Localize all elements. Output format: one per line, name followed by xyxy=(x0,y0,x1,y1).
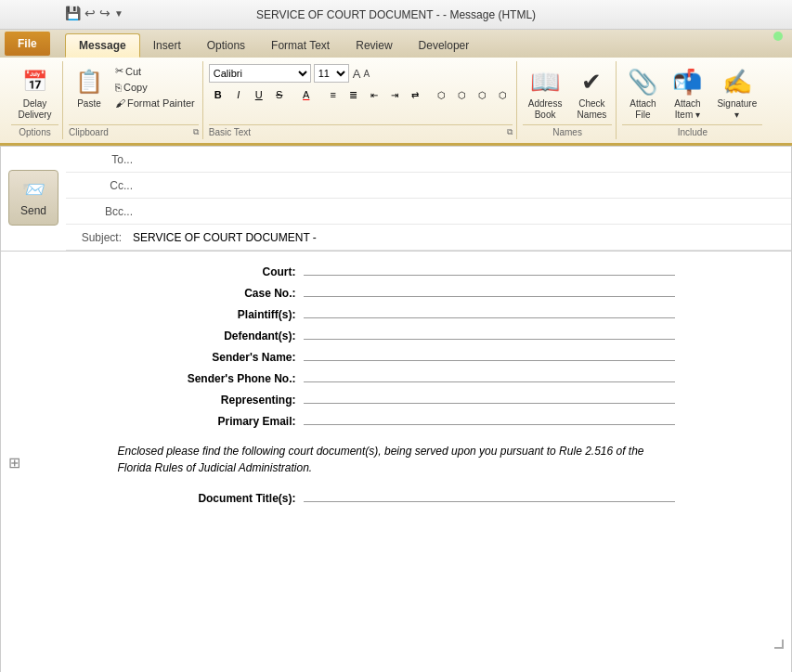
subject-input[interactable] xyxy=(129,229,791,246)
to-label[interactable]: To... xyxy=(66,153,140,166)
send-label: Send xyxy=(20,204,46,217)
form-field-value[interactable] xyxy=(304,368,675,382)
tab-file[interactable]: File xyxy=(5,32,50,56)
form-field-label: Plaintiff(s): xyxy=(118,308,304,321)
paste-button[interactable]: 📋 Paste xyxy=(69,63,110,110)
form-row: Case No.: xyxy=(118,282,675,300)
delay-delivery-label: DelayDelivery xyxy=(18,98,51,121)
form-field-value[interactable] xyxy=(304,282,675,297)
delay-delivery-icon: 📅 xyxy=(20,67,50,97)
align-left-btn[interactable]: ⬡ xyxy=(433,85,451,104)
send-icon: 📨 xyxy=(22,178,45,200)
font-color-button[interactable]: A xyxy=(297,85,316,104)
attach-item-label: AttachItem ▾ xyxy=(674,98,700,121)
attach-item-icon: 📬 xyxy=(672,67,702,97)
form-field-value[interactable] xyxy=(304,389,675,404)
numbering-button[interactable]: ≣ xyxy=(344,85,363,104)
options-group: 📅 DelayDelivery Options xyxy=(7,61,63,139)
cc-row: Cc... xyxy=(66,173,791,199)
grow-font-button[interactable]: A xyxy=(352,67,362,81)
clipboard-group: 📋 Paste ✂ Cut ⎘ Copy 🖌 xyxy=(65,61,203,139)
tab-insert[interactable]: Insert xyxy=(140,33,194,58)
format-painter-button[interactable]: 🖌 Format Painter xyxy=(111,96,199,110)
tab-bar: File Message Insert Options Format Text … xyxy=(0,30,792,58)
court-form: Court:Case No.:Plaintiff(s):Defendant(s)… xyxy=(118,261,675,505)
form-field-value[interactable] xyxy=(304,346,675,361)
rtl-btn[interactable]: ⇄ xyxy=(406,85,424,104)
form-field-value[interactable] xyxy=(304,261,675,276)
cut-button[interactable]: ✂ Cut xyxy=(111,63,199,79)
address-book-button[interactable]: 📖 AddressBook xyxy=(523,63,568,124)
check-names-label: CheckNames xyxy=(578,98,607,121)
check-names-button[interactable]: ✔ CheckNames xyxy=(571,63,612,124)
customize-btn[interactable]: ▼ xyxy=(114,8,123,19)
message-body[interactable]: ⊞ Court:Case No.:Plaintiff(s):Defendant(… xyxy=(1,252,791,656)
form-field-value[interactable] xyxy=(304,304,675,318)
font-name-select[interactable]: Calibri xyxy=(209,64,311,83)
format-painter-icon: 🖌 xyxy=(115,97,125,109)
format-painter-label: Format Painter xyxy=(127,97,195,109)
save-btn[interactable]: 💾 xyxy=(65,6,81,20)
names-group: 📖 AddressBook ✔ CheckNames Names xyxy=(519,61,617,139)
undo-btn[interactable]: ↩ xyxy=(84,6,96,20)
form-field-value[interactable] xyxy=(304,325,675,340)
ribbon-content: 📅 DelayDelivery Options 📋 Paste ✂ Cu xyxy=(0,58,792,144)
form-field-label: Defendant(s): xyxy=(118,330,304,342)
strikethrough-button[interactable]: S xyxy=(270,85,289,104)
expand-handle[interactable]: ⊞ xyxy=(8,454,20,472)
basic-text-expand-btn[interactable]: ⧉ xyxy=(507,127,513,137)
form-row: Sender's Name: xyxy=(118,346,675,364)
paste-icon: 📋 xyxy=(72,65,106,98)
bold-button[interactable]: B xyxy=(209,85,227,104)
tab-developer[interactable]: Developer xyxy=(406,33,483,58)
bcc-input[interactable] xyxy=(140,199,791,224)
form-row: Plaintiff(s): xyxy=(118,304,675,321)
redo-btn[interactable]: ↪ xyxy=(99,6,110,20)
form-row: Defendant(s): xyxy=(118,325,675,342)
document-title-value[interactable] xyxy=(304,487,675,502)
bcc-row: Bcc... xyxy=(66,199,791,225)
bcc-label[interactable]: Bcc... xyxy=(66,205,140,218)
align-right-btn[interactable]: ⬡ xyxy=(474,85,492,104)
shrink-font-button[interactable]: A xyxy=(362,69,370,79)
underline-button[interactable]: U xyxy=(250,85,268,104)
attach-item-button[interactable]: 📬 AttachItem ▾ xyxy=(667,63,708,124)
tab-format-text[interactable]: Format Text xyxy=(258,33,343,58)
form-field-label: Court: xyxy=(118,265,304,278)
resize-handle[interactable] xyxy=(774,640,784,649)
signature-button[interactable]: ✍ Signature▾ xyxy=(711,63,762,124)
align-center-btn[interactable]: ⬡ xyxy=(453,85,472,104)
header-fields: To... Cc... Bcc... Subject: xyxy=(66,147,791,251)
form-row: Primary Email: xyxy=(118,410,675,428)
cut-icon: ✂ xyxy=(115,65,123,77)
tab-options[interactable]: Options xyxy=(194,33,258,58)
options-group-label: Options xyxy=(11,124,58,139)
indent-decrease-btn[interactable]: ⇤ xyxy=(365,85,383,104)
form-field-label: Sender's Name: xyxy=(118,351,304,364)
status-indicator xyxy=(773,32,783,41)
check-names-icon: ✔ xyxy=(577,67,606,97)
form-field-value[interactable] xyxy=(304,410,675,425)
cc-label[interactable]: Cc... xyxy=(66,179,140,192)
attach-file-button[interactable]: 📎 AttachFile xyxy=(622,63,663,124)
italic-button[interactable]: I xyxy=(229,85,248,104)
font-size-select[interactable]: 11 xyxy=(314,64,349,83)
ribbon: File Message Insert Options Format Text … xyxy=(0,30,792,146)
subject-label: Subject: xyxy=(73,231,129,244)
copy-button[interactable]: ⎘ Copy xyxy=(111,80,199,95)
send-area: 📨 Send xyxy=(1,147,66,249)
include-group: 📎 AttachFile 📬 AttachItem ▾ ✍ Signature▾… xyxy=(618,61,766,139)
attach-file-icon: 📎 xyxy=(628,67,657,97)
cc-input[interactable] xyxy=(140,173,791,198)
send-button[interactable]: 📨 Send xyxy=(8,170,58,226)
indent-increase-btn[interactable]: ⇥ xyxy=(385,85,404,104)
delay-delivery-button[interactable]: 📅 DelayDelivery xyxy=(12,63,57,124)
to-input[interactable] xyxy=(140,147,791,172)
to-row: To... xyxy=(66,147,791,173)
clipboard-expand-btn[interactable]: ⧉ xyxy=(193,127,199,137)
tab-review[interactable]: Review xyxy=(343,33,405,58)
bullets-button[interactable]: ≡ xyxy=(324,85,343,104)
tab-message[interactable]: Message xyxy=(65,33,140,58)
form-field-label: Representing: xyxy=(118,394,304,407)
align-justify-btn[interactable]: ⬡ xyxy=(494,85,513,104)
